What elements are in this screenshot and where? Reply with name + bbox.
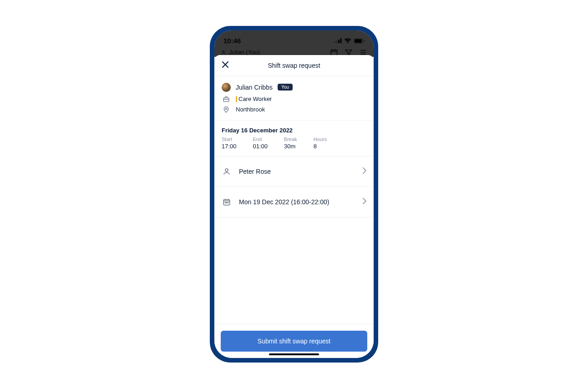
statusbar-icons xyxy=(334,38,365,44)
home-indicator[interactable] xyxy=(269,353,319,355)
shift-end-label: End xyxy=(253,136,268,142)
statusbar-time: 10:46 xyxy=(223,37,241,45)
svg-point-15 xyxy=(228,202,228,203)
pin-icon xyxy=(223,106,230,114)
chevron-right-icon xyxy=(363,198,366,206)
battery-icon xyxy=(354,38,365,44)
svg-point-10 xyxy=(225,108,227,109)
modal-footer: Submit shift swap request xyxy=(214,324,374,358)
shift-details-section: Friday 16 December 2022 Start 17:00 End … xyxy=(214,121,374,156)
location-row: Northbrook xyxy=(222,106,366,114)
shift-break-value: 30m xyxy=(284,143,297,150)
svg-rect-0 xyxy=(334,41,335,43)
shift-grid: Start 17:00 End 01:00 Break 30m Hours 8 xyxy=(222,136,366,150)
signal-icon xyxy=(334,38,342,43)
shift-hours-value: 8 xyxy=(314,143,327,150)
svg-rect-8 xyxy=(331,50,337,55)
svg-rect-1 xyxy=(336,40,338,43)
shift-start: Start 17:00 xyxy=(222,136,237,150)
requester-section: Julian Cribbs You Care Worker xyxy=(214,76,374,121)
shift-end-value: 01:00 xyxy=(253,143,268,150)
shift-hours-label: Hours xyxy=(314,136,327,142)
modal-title: Shift swap request xyxy=(214,62,374,69)
svg-point-13 xyxy=(225,202,226,203)
shift-end: End 01:00 xyxy=(253,136,268,150)
requester-row: Julian Cribbs You xyxy=(222,83,366,92)
close-icon xyxy=(222,61,229,68)
avatar xyxy=(222,83,231,92)
requester-name: Julian Cribbs xyxy=(236,84,273,91)
shift-date: Friday 16 December 2022 xyxy=(222,127,366,134)
phone-screen: 10:46 Julian (You) xyxy=(214,30,374,358)
svg-rect-3 xyxy=(340,38,342,43)
svg-point-7 xyxy=(223,50,224,52)
requester-role: Care Worker xyxy=(238,96,272,102)
chevron-right-icon xyxy=(363,167,366,176)
close-button[interactable] xyxy=(222,61,229,70)
svg-point-14 xyxy=(226,202,227,203)
svg-point-11 xyxy=(225,169,228,171)
phone-frame: 10:46 Julian (You) xyxy=(210,26,378,363)
briefcase-icon xyxy=(223,96,230,103)
calendar-icon xyxy=(223,198,231,206)
svg-rect-2 xyxy=(338,40,340,43)
svg-rect-5 xyxy=(355,39,362,43)
swap-person-name: Peter Rose xyxy=(239,168,355,175)
submit-button[interactable]: Submit shift swap request xyxy=(221,331,367,352)
requester-location: Northbrook xyxy=(236,106,265,113)
person-icon xyxy=(221,50,226,55)
shift-start-value: 17:00 xyxy=(222,143,237,150)
shift-swap-modal: Shift swap request Julian Cribbs You Car… xyxy=(214,55,374,358)
person-icon xyxy=(223,167,231,176)
role-color-bar xyxy=(236,96,237,102)
modal-header: Shift swap request xyxy=(214,55,374,76)
spacer xyxy=(214,217,374,324)
shift-start-label: Start xyxy=(222,136,237,142)
swap-person-row[interactable]: Peter Rose xyxy=(214,156,374,187)
shift-hours: Hours 8 xyxy=(314,136,327,150)
wifi-icon xyxy=(344,38,351,43)
shift-break: Break 30m xyxy=(284,136,297,150)
swap-shift-row[interactable]: Mon 19 Dec 2022 (16:00-22:00) xyxy=(214,187,374,217)
svg-rect-6 xyxy=(364,40,365,42)
shift-break-label: Break xyxy=(284,136,297,142)
role-row: Care Worker xyxy=(222,96,366,103)
swap-shift-text: Mon 19 Dec 2022 (16:00-22:00) xyxy=(239,198,355,206)
you-badge: You xyxy=(278,84,293,91)
